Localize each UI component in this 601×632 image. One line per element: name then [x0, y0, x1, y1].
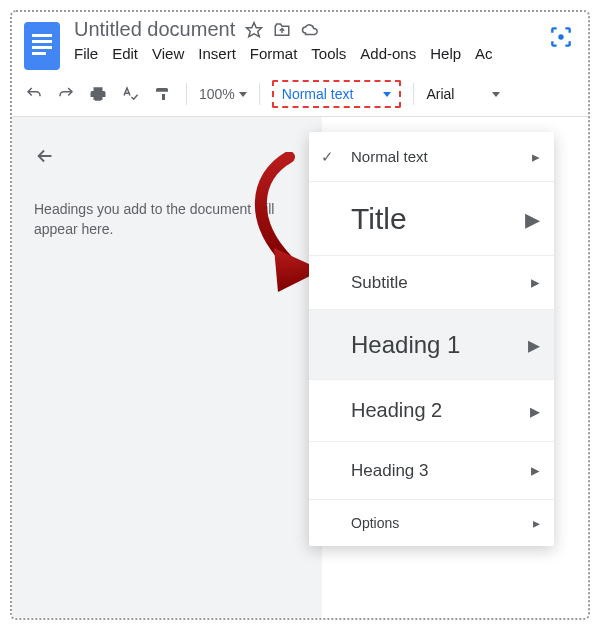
paint-format-button[interactable]: [150, 82, 174, 106]
style-menu-label: Heading 1: [351, 331, 528, 359]
check-icon: ✓: [321, 148, 334, 166]
header: Untitled document File Edit View Insert …: [12, 12, 588, 72]
chevron-right-icon: ▸: [528, 331, 540, 359]
style-menu-item[interactable]: Heading 1▸: [309, 310, 554, 380]
header-center: Untitled document File Edit View Insert …: [74, 18, 493, 62]
chevron-down-icon: [383, 92, 391, 97]
style-menu-item[interactable]: Heading 3▸: [309, 442, 554, 500]
separator: [186, 83, 187, 105]
back-arrow-icon[interactable]: [34, 145, 56, 167]
menu-view[interactable]: View: [152, 45, 184, 62]
app-window: Untitled document File Edit View Insert …: [10, 10, 590, 620]
chevron-right-icon: ▸: [532, 148, 540, 166]
toolbar: 100% Normal text Arial: [12, 72, 588, 117]
menu-insert[interactable]: Insert: [198, 45, 236, 62]
doc-title[interactable]: Untitled document: [74, 18, 235, 41]
style-menu-label: Options: [351, 515, 533, 531]
menubar: File Edit View Insert Format Tools Add-o…: [74, 45, 493, 62]
redo-button[interactable]: [54, 82, 78, 106]
style-menu-item[interactable]: Heading 2▸: [309, 380, 554, 442]
menu-tools[interactable]: Tools: [311, 45, 346, 62]
menu-file[interactable]: File: [74, 45, 98, 62]
svg-point-6: [558, 34, 563, 39]
style-selected-label: Normal text: [282, 86, 354, 102]
paragraph-style-dropdown[interactable]: Normal text: [272, 80, 402, 108]
menu-accessibility[interactable]: Ac: [475, 45, 493, 62]
style-menu-label: Subtitle: [351, 273, 531, 293]
menu-help[interactable]: Help: [430, 45, 461, 62]
style-menu-label: Heading 2: [351, 399, 530, 422]
svg-rect-1: [32, 34, 52, 37]
print-button[interactable]: [86, 82, 110, 106]
menu-format[interactable]: Format: [250, 45, 298, 62]
zoom-dropdown[interactable]: 100%: [199, 86, 247, 102]
outline-panel: Headings you add to the document will ap…: [12, 117, 322, 620]
style-menu-item[interactable]: ✓Normal text▸: [309, 132, 554, 182]
chevron-down-icon: [239, 92, 247, 97]
svg-marker-5: [247, 22, 262, 36]
svg-rect-3: [32, 46, 52, 49]
paragraph-style-menu: ✓Normal text▸Title▸Subtitle▸Heading 1▸He…: [309, 132, 554, 546]
outline-placeholder: Headings you add to the document will ap…: [34, 199, 300, 240]
separator: [259, 83, 260, 105]
style-menu-item[interactable]: Title▸: [309, 182, 554, 256]
font-label: Arial: [426, 86, 454, 102]
style-menu-item[interactable]: Options▸: [309, 500, 554, 546]
style-menu-label: Title: [351, 202, 525, 236]
style-menu-label: Normal text: [351, 148, 532, 165]
chevron-right-icon: ▸: [531, 272, 540, 293]
move-icon[interactable]: [273, 21, 291, 39]
cloud-icon[interactable]: [301, 21, 319, 39]
menu-edit[interactable]: Edit: [112, 45, 138, 62]
chevron-down-icon: [492, 92, 500, 97]
zoom-value: 100%: [199, 86, 235, 102]
chevron-right-icon: ▸: [525, 201, 540, 236]
chevron-right-icon: ▸: [530, 399, 540, 423]
font-dropdown[interactable]: Arial: [426, 86, 500, 102]
style-menu-label: Heading 3: [351, 461, 531, 481]
star-icon[interactable]: [245, 21, 263, 39]
chevron-right-icon: ▸: [531, 460, 540, 481]
chevron-right-icon: ▸: [533, 515, 540, 531]
docs-icon: [22, 20, 62, 72]
style-menu-item[interactable]: Subtitle▸: [309, 256, 554, 310]
capture-icon[interactable]: [548, 24, 574, 50]
svg-rect-4: [32, 52, 46, 55]
svg-rect-2: [32, 40, 52, 43]
title-icons: [245, 21, 319, 39]
separator: [413, 83, 414, 105]
menu-addons[interactable]: Add-ons: [360, 45, 416, 62]
spellcheck-button[interactable]: [118, 82, 142, 106]
undo-button[interactable]: [22, 82, 46, 106]
